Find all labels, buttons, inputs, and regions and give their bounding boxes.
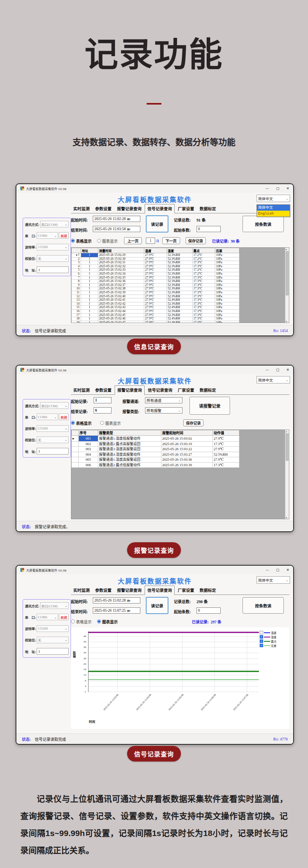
table-row[interactable]: 002报警通道2:露点高报警返回2025-05-26 15:03:1917.3℃ bbox=[72, 441, 239, 447]
chart-display-radio[interactable] bbox=[100, 421, 104, 425]
tab-alarm-query[interactable]: 报警记录查询 bbox=[115, 586, 144, 595]
table-row[interactable]: 005报警通道1:温度高报警返回2025-05-26 15:03:3627.9℃ bbox=[72, 457, 239, 463]
read-alarm-records-button[interactable]: 读报警记录 bbox=[189, 397, 230, 415]
table-row[interactable]: 1112025-05-26 15:02:3927.9℃ 52.3%RH17.3℃… bbox=[72, 291, 239, 295]
table-row[interactable]: 1812025-05-26 15:02:4627.9℃ 52.4%RH17.3℃… bbox=[72, 317, 239, 321]
close-button[interactable] bbox=[286, 568, 289, 572]
close-button[interactable] bbox=[286, 368, 289, 372]
table-row[interactable]: 412025-05-26 15:02:3227.9℃ 52.3%RH17.3℃1… bbox=[72, 264, 239, 268]
language-select[interactable]: 简体中文 bbox=[257, 576, 290, 584]
end-time-input[interactable]: 2025-05-26 15:07:25 bbox=[93, 607, 140, 614]
legend-checkbox[interactable] bbox=[260, 639, 263, 643]
tab-realtime[interactable]: 实时监测 bbox=[71, 386, 92, 394]
table-scrollbar[interactable] bbox=[285, 430, 289, 519]
table-row[interactable]: 112025-05-26 15:02:2927.9℃ 52.3%RH17.2℃1… bbox=[72, 253, 239, 257]
start-count-input[interactable]: 0 bbox=[196, 226, 221, 232]
tab-realtime[interactable]: 实时监测 bbox=[71, 586, 92, 595]
comm-port-select[interactable]: COM4 bbox=[37, 614, 58, 620]
tab-factory[interactable]: 厂家设置 bbox=[175, 386, 196, 394]
table-row[interactable]: 712025-05-26 15:02:3527.9℃ 52.3%RH17.3℃1… bbox=[72, 276, 239, 280]
start-record-input[interactable]: 1 bbox=[94, 397, 112, 403]
alarm-channel-select[interactable]: 所有通道 bbox=[145, 397, 182, 403]
table-row[interactable]: 003报警通道3:温度高报警返回2025-05-26 15:03:2227.9℃ bbox=[72, 447, 239, 452]
start-count-input[interactable]: 0 bbox=[196, 607, 221, 614]
tab-realtime[interactable]: 实时监测 bbox=[71, 204, 92, 213]
language-select[interactable]: 简体中文 bbox=[257, 195, 290, 202]
table-row[interactable]: 812025-05-26 15:02:3627.9℃ 52.3%RH17.3℃1… bbox=[72, 280, 239, 284]
table-row[interactable]: 1512025-05-26 15:02:4327.9℃ 52.4%RH17.3℃… bbox=[72, 306, 239, 310]
maximize-button[interactable] bbox=[276, 568, 280, 572]
end-record-input[interactable]: 6 bbox=[94, 407, 112, 414]
read-by-count-button[interactable]: 按条数读 bbox=[243, 597, 284, 614]
tab-params[interactable]: 参数设置 bbox=[93, 586, 114, 595]
parity-select[interactable]: 无 bbox=[37, 637, 69, 643]
start-time-input[interactable]: 2025-05-26 15:02:28 bbox=[93, 216, 140, 222]
tab-calibration[interactable]: 数据标定 bbox=[197, 386, 218, 394]
chart-display-radio[interactable] bbox=[97, 619, 101, 623]
tab-params[interactable]: 参数设置 bbox=[93, 386, 114, 394]
minimize-button[interactable] bbox=[266, 568, 269, 572]
address-input[interactable]: 1 bbox=[37, 448, 69, 454]
table-display-radio[interactable] bbox=[71, 619, 75, 623]
language-option-english[interactable]: English bbox=[257, 211, 290, 217]
table-row[interactable]: 312025-05-26 15:02:3127.9℃ 52.3%RH17.3℃1… bbox=[72, 261, 239, 265]
chart-display-radio[interactable] bbox=[97, 239, 101, 243]
baud-select[interactable]: 115200 bbox=[37, 244, 69, 250]
tab-signal-query[interactable]: 信号记录查询 bbox=[145, 386, 175, 394]
language-option-chinese[interactable]: 简体中文 bbox=[257, 205, 290, 211]
table-row[interactable]: 912025-05-26 15:02:3727.9℃ 52.3%RH17.3℃1… bbox=[72, 283, 239, 287]
comm-mode-select[interactable]: 串口(COM) bbox=[40, 221, 69, 227]
read-records-button[interactable]: 读记录 bbox=[146, 597, 168, 614]
table-row[interactable]: 001报警通道1:温度低报警动作2025-05-26 15:03:0227.9℃ bbox=[72, 436, 239, 442]
tab-calibration[interactable]: 数据标定 bbox=[197, 204, 218, 213]
read-records-button[interactable]: 读记录 bbox=[146, 215, 168, 233]
parity-select[interactable]: 无 bbox=[37, 437, 69, 443]
address-input[interactable]: 1 bbox=[37, 648, 69, 655]
parity-select[interactable]: 无 bbox=[37, 255, 69, 262]
table-scrollbar[interactable] bbox=[285, 248, 289, 323]
table-row[interactable]: 1012025-05-26 15:02:3827.9℃ 52.3%RH17.3℃… bbox=[72, 287, 239, 291]
signal-record-table[interactable]: 地址测量时间 温度湿度露点压差 112025-05-26 15:02:2927.… bbox=[71, 247, 289, 323]
maximize-button[interactable] bbox=[276, 368, 280, 372]
legend-checkbox[interactable] bbox=[260, 631, 263, 634]
table-row[interactable]: 1712025-05-26 15:02:4527.9℃ 52.3%RH17.3℃… bbox=[72, 313, 239, 317]
page-number-input[interactable]: 1 bbox=[146, 238, 155, 244]
baud-select[interactable]: 115200 bbox=[37, 425, 69, 432]
end-time-input[interactable]: 2025-05-26 15:03:58 bbox=[93, 226, 140, 232]
scrollbar-thumb[interactable] bbox=[286, 251, 289, 295]
minimize-button[interactable] bbox=[266, 368, 269, 372]
alarm-type-select[interactable]: 所有报警 bbox=[145, 407, 182, 414]
tab-factory[interactable]: 厂家设置 bbox=[175, 586, 196, 595]
address-input[interactable]: 1 bbox=[37, 266, 69, 273]
save-records-button[interactable]: 保存记录 bbox=[186, 237, 206, 244]
baud-select[interactable]: 115200 bbox=[37, 625, 69, 632]
language-select[interactable]: 简体中文 bbox=[257, 376, 290, 383]
save-records-button[interactable]: 保存记录 bbox=[183, 419, 204, 426]
minimize-button[interactable] bbox=[266, 186, 269, 190]
port-close-button[interactable]: 关闭 bbox=[59, 614, 69, 620]
legend-checkbox[interactable] bbox=[260, 644, 263, 647]
comm-port-select[interactable]: COM4 bbox=[37, 414, 58, 420]
maximize-button[interactable] bbox=[276, 186, 280, 190]
tab-signal-query[interactable]: 信号记录查询 bbox=[145, 204, 175, 213]
port-close-button[interactable]: 关闭 bbox=[59, 414, 69, 420]
comm-mode-select[interactable]: 串口(COM) bbox=[40, 602, 69, 609]
tab-signal-query[interactable]: 信号记录查询 bbox=[145, 586, 175, 595]
tab-factory[interactable]: 厂家设置 bbox=[175, 204, 196, 213]
table-display-radio[interactable] bbox=[71, 239, 75, 243]
tab-alarm-query[interactable]: 报警记录查询 bbox=[115, 204, 144, 213]
table-row[interactable]: 612025-05-26 15:02:3427.9℃ 52.3%RH17.2℃1… bbox=[72, 272, 239, 276]
port-close-button[interactable]: 关闭 bbox=[59, 232, 69, 239]
table-row[interactable]: 1312025-05-26 15:02:4127.9℃ 52.4%RH17.3℃… bbox=[72, 298, 239, 302]
table-display-radio[interactable] bbox=[71, 421, 75, 425]
table-row[interactable]: 004报警通道4:湿度高报警动作2025-05-26 15:03:2752.5%… bbox=[72, 452, 239, 457]
next-page-button[interactable]: 下一页 bbox=[162, 237, 180, 244]
start-time-input[interactable]: 2025-05-26 15:02:28 bbox=[93, 597, 140, 604]
table-row[interactable]: 212025-05-26 15:02:3027.9℃ 52.3%RH17.2℃1… bbox=[72, 257, 239, 261]
legend-checkbox[interactable] bbox=[260, 635, 263, 639]
table-row[interactable]: 1912025-05-26 15:02:4727.9℃ 52.4%RH17.3℃… bbox=[72, 321, 239, 323]
comm-mode-select[interactable]: 串口(COM) bbox=[40, 402, 69, 409]
tab-params[interactable]: 参数设置 bbox=[93, 204, 114, 213]
alarm-record-table[interactable]: 序号报警类型 报警起始时间动作值 001报警通道1:温度低报警动作2025-05… bbox=[71, 430, 289, 519]
close-button[interactable] bbox=[286, 186, 289, 190]
